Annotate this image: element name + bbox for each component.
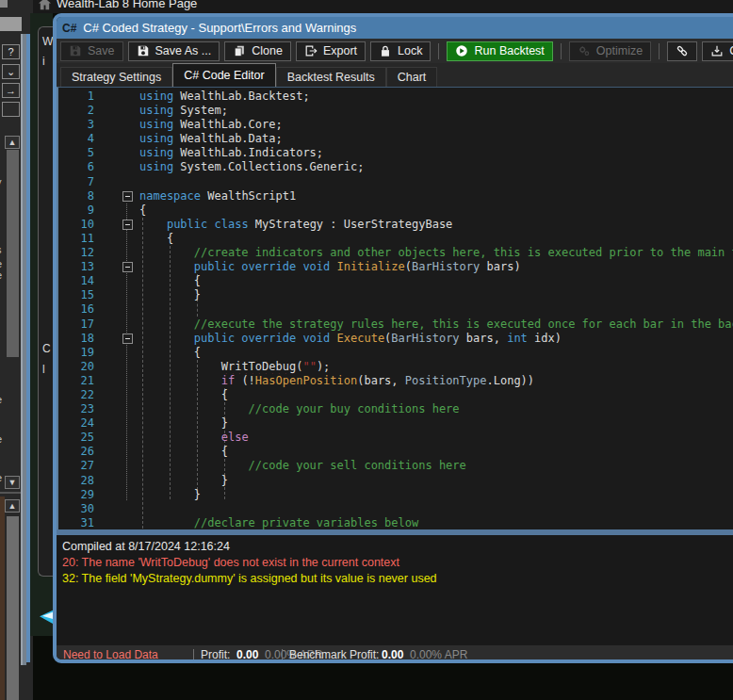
line-number: 2 [58,104,100,118]
line-number: 1 [58,90,100,104]
tab-c-code-editor[interactable]: C# Code Editor [172,63,275,87]
underlay-grey-chip [0,0,8,8]
code-text: using WealthLab.Core; [139,118,733,132]
scroll-up-button[interactable]: ▲ [5,136,20,149]
line-number: 21 [58,374,100,388]
optimize-button[interactable]: Optimize [569,41,651,61]
fold-collapse-icon[interactable] [122,191,133,202]
strategy-window: C# C# Coded Strategy - Support\Errors an… [53,13,733,663]
chevron-down-button[interactable]: ⌄ [2,64,20,79]
save-as-button[interactable]: Save As ... [128,41,220,61]
code-line-10: 10 public class MyStrategy : UserStrateg… [58,218,733,232]
code-line-3: 3using WealthLab.Core; [58,118,733,132]
code-text: { [139,203,733,218]
benchmark-profit-value: 0.00 [382,648,403,661]
code-text: //code your sell conditions here [139,459,733,473]
code-text: { [139,274,733,288]
lock-label: Lock [398,44,422,57]
gutter [100,146,139,160]
save-button[interactable]: Save [60,41,123,61]
home-icon [38,0,52,11]
tab-strategy-settings[interactable]: Strategy Settings [60,67,172,87]
code-text [139,302,733,317]
run-backtest-button[interactable]: Run Backtest [447,41,552,61]
compiler-error-line[interactable]: 20: The name 'WritToDebug' does not exis… [62,555,731,571]
gutter [100,445,139,459]
clipped-text-fragment: W [42,35,53,48]
clipped-text-fragment: s [0,244,2,255]
code-line-26: 26 { [58,445,733,459]
gutter [100,104,139,118]
gutter [100,317,139,332]
profit-value: 0.00 [236,648,258,661]
clone-button[interactable]: Clone [224,41,291,61]
clipped-text-fragment: e [0,433,2,445]
clipped-text-fragment: i [42,55,45,68]
tab-chart[interactable]: Chart [386,67,438,87]
line-number: 26 [58,445,100,459]
line-number: 8 [58,189,100,203]
code-line-1: 1using WealthLab.Backtest; [58,90,733,104]
tab-backtest-results[interactable]: Backtest Results [276,67,386,87]
home-page-title-row[interactable]: Wealth-Lab 8 Home Page [33,0,733,13]
export-button[interactable]: Export [296,41,366,61]
scrollbar-thumb[interactable] [7,150,19,357]
compiler-warning-line[interactable]: 32: The field 'MyStrategy.dummy' is assi… [62,571,731,587]
gutter [100,232,139,246]
code-line-13: 13 public override void Initialize(BarHi… [58,260,733,274]
scroll-down-button[interactable]: ▼ [5,476,20,489]
line-number: 31 [58,516,100,529]
line-number: 30 [58,502,100,516]
code-line-19: 19 { [58,346,733,360]
underlay-brown-strip [0,497,5,700]
code-text: public class MyStrategy : UserStrategyBa… [139,218,733,232]
code-line-30: 30 [58,502,733,516]
line-number: 29 [58,488,100,502]
gutter [100,374,139,388]
code-line-16: 16 [58,302,733,317]
code-text: WritToDebug(""); [139,360,733,374]
blank-button[interactable] [2,102,20,117]
scroll-up-button[interactable]: ▲ [5,499,20,513]
gutter [100,474,139,488]
lock-button[interactable]: Lock [370,41,431,61]
scrollbar-thumb[interactable] [7,516,19,700]
line-number: 13 [58,260,100,274]
status-separator [282,649,283,660]
line-number: 20 [58,360,100,374]
gutter [100,160,139,174]
clone-label: Clone [252,44,283,57]
arrow-right-button[interactable]: → [2,83,20,98]
code-editor[interactable]: 1using WealthLab.Backtest;2using System;… [57,87,733,529]
clipped-text-fragment: C [42,342,51,355]
fold-collapse-icon[interactable] [122,220,133,230]
status-bar: Need to Load Data Profit: 0.00 0.00% APR… [57,644,733,663]
status-message: Need to Load Data [63,648,158,661]
link-button[interactable] [667,41,697,61]
help-button[interactable]: ? [2,44,20,59]
fold-collapse-icon[interactable] [122,334,133,344]
gutter [100,360,139,374]
code-line-20: 20 WritToDebug(""); [58,360,733,374]
gutter [100,488,139,502]
code-text: //declare private variables below [139,516,733,529]
gutter [100,132,139,146]
line-number: 16 [58,302,100,317]
compile-icon [710,44,724,57]
benchmark-profit-label: Benchmark Profit: [289,648,379,661]
compiler-info-line: Compiled at 8/17/2024 12:16:24 [62,539,731,555]
compile-button[interactable]: Compile [702,41,733,61]
code-text: public override void Initialize(BarHisto… [139,260,733,274]
strategy-window-titlebar[interactable]: C# C# Coded Strategy - Support\Errors an… [57,17,733,39]
code-line-4: 4using WealthLab.Data; [58,132,733,146]
gutter [100,416,139,431]
line-number: 3 [58,118,100,132]
clipped-text-fragment: e [0,269,2,281]
clipped-text-fragment: e [0,258,2,269]
fold-collapse-icon[interactable] [122,262,133,272]
export-label: Export [323,44,357,57]
code-line-11: 11 { [58,232,733,246]
export-icon [304,44,318,57]
gutter [100,516,139,529]
lock-icon [379,44,392,57]
